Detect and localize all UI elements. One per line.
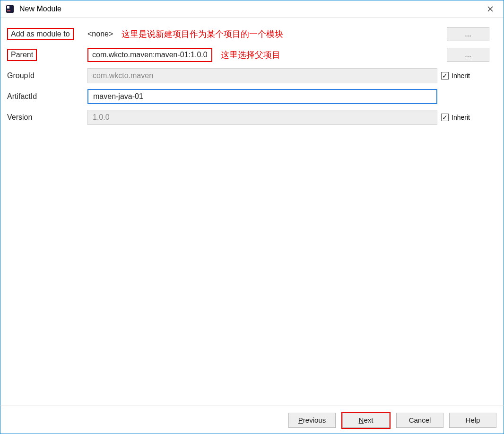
footer-bar: Previous Next Cancel Help [0, 406, 504, 434]
add-as-module-browse-col: ... [437, 27, 489, 41]
add-as-module-value-col: <none> 这里是说新建项目作为某个项目的一个模块 [87, 28, 437, 40]
add-as-module-browse-button[interactable]: ... [447, 27, 489, 41]
parent-label-col: Parent [7, 49, 87, 61]
version-value-col [87, 110, 437, 125]
version-inherit-checkbox[interactable]: ✓ Inherit [441, 114, 470, 121]
version-inherit-col: ✓ Inherit [437, 114, 489, 121]
parent-value: com.wkcto.maven:maven-01:1.0.0 [87, 48, 212, 62]
artifactid-value-col [87, 89, 437, 104]
groupid-input[interactable] [87, 68, 437, 83]
groupid-label: GroupId [7, 71, 87, 80]
row-version: Version ✓ Inherit [7, 109, 497, 125]
parent-value-col: com.wkcto.maven:maven-01:1.0.0 这里选择父项目 [87, 48, 437, 62]
row-groupid: GroupId ✓ Inherit [7, 68, 497, 84]
parent-browse-col: ... [437, 48, 489, 62]
parent-label: Parent [7, 49, 37, 61]
add-as-module-value: <none> [87, 30, 113, 38]
close-icon [487, 6, 493, 12]
checkbox-checked-icon: ✓ [441, 72, 449, 80]
next-button-highlight: Next [341, 412, 391, 429]
parent-browse-button[interactable]: ... [447, 48, 489, 62]
row-artifactid: ArtifactId [7, 89, 497, 105]
groupid-value-col [87, 68, 437, 83]
svg-rect-2 [7, 10, 10, 11]
window-title: New Module [19, 5, 481, 13]
help-button[interactable]: Help [449, 413, 496, 428]
next-button[interactable]: Next [342, 413, 390, 428]
close-button[interactable] [481, 2, 500, 16]
next-rest: ext [364, 416, 373, 424]
row-add-as-module: Add as module to <none> 这里是说新建项目作为某个项目的一… [7, 26, 497, 42]
artifactid-input[interactable] [87, 89, 437, 104]
version-input[interactable] [87, 110, 437, 125]
app-icon [5, 4, 15, 14]
row-parent: Parent com.wkcto.maven:maven-01:1.0.0 这里… [7, 47, 497, 63]
title-bar: New Module [0, 0, 504, 18]
groupid-inherit-col: ✓ Inherit [437, 72, 489, 80]
annotation-add-as-module: 这里是说新建项目作为某个项目的一个模块 [122, 28, 283, 40]
artifactid-label: ArtifactId [7, 92, 87, 101]
previous-rest: revious [303, 416, 326, 424]
inherit-label: Inherit [452, 72, 470, 80]
add-as-module-label: Add as module to [7, 28, 74, 40]
checkbox-checked-icon: ✓ [441, 114, 449, 121]
inherit-label: Inherit [452, 114, 470, 121]
cancel-button[interactable]: Cancel [396, 413, 443, 428]
add-as-module-label-col: Add as module to [7, 28, 87, 40]
form-content: Add as module to <none> 这里是说新建项目作为某个项目的一… [0, 18, 504, 405]
annotation-parent: 这里选择父项目 [221, 49, 280, 61]
groupid-inherit-checkbox[interactable]: ✓ Inherit [441, 72, 470, 80]
svg-rect-1 [7, 6, 9, 9]
previous-button[interactable]: Previous [288, 413, 336, 428]
version-label: Version [7, 113, 87, 122]
